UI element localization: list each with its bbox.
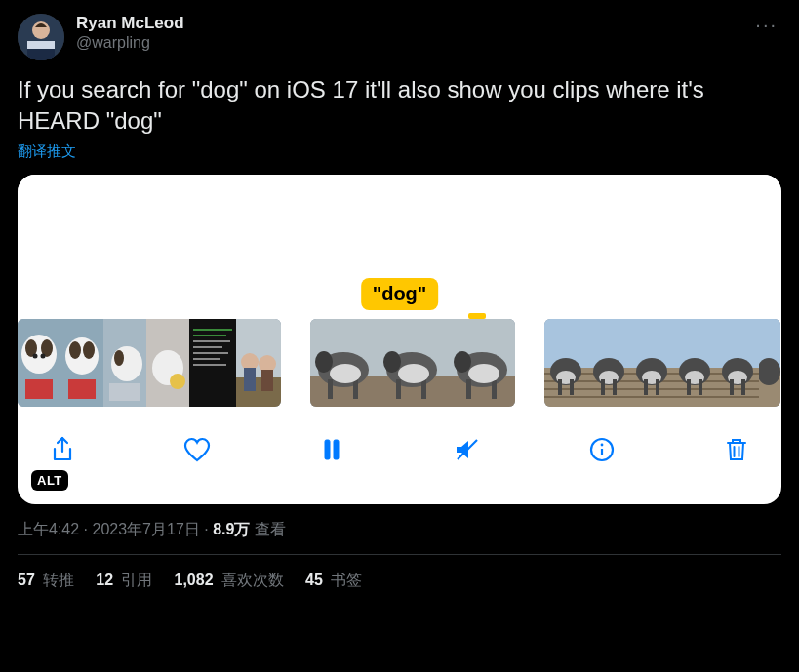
svg-point-12 (65, 337, 99, 375)
svg-rect-32 (236, 377, 281, 407)
search-term-row: "dog" (18, 278, 781, 319)
svg-rect-55 (466, 379, 471, 399)
svg-rect-26 (193, 340, 230, 342)
svg-point-14 (83, 341, 95, 359)
svg-point-54 (454, 351, 471, 373)
svg-rect-112 (334, 440, 339, 459)
quotes-stat[interactable]: 12 引用 (96, 571, 152, 591)
svg-rect-10 (25, 379, 53, 399)
svg-rect-77 (613, 379, 617, 395)
share-icon[interactable] (45, 432, 80, 467)
svg-rect-48 (396, 379, 401, 399)
clip-group-1[interactable] (18, 319, 281, 407)
tweet-container: Ryan McLeod @warpling ··· If you search … (0, 0, 799, 601)
handle: @warpling (76, 33, 751, 53)
tweet-header: Ryan McLeod @warpling ··· (18, 14, 781, 60)
svg-point-18 (114, 350, 124, 366)
svg-rect-106 (730, 379, 734, 395)
svg-rect-107 (741, 379, 745, 395)
likes-stat[interactable]: 1,082 喜欢次数 (175, 571, 285, 591)
search-term-badge: "dog" (361, 278, 439, 310)
svg-rect-36 (261, 370, 273, 391)
trash-icon[interactable] (719, 432, 754, 467)
svg-rect-28 (193, 352, 228, 354)
info-icon[interactable] (584, 432, 619, 467)
svg-rect-23 (189, 319, 236, 407)
svg-rect-34 (244, 368, 256, 391)
clip-group-3[interactable] (544, 319, 780, 407)
svg-rect-41 (328, 379, 333, 399)
svg-point-8 (33, 354, 38, 359)
svg-point-9 (41, 354, 46, 359)
svg-point-43 (330, 364, 361, 383)
bookmarks-stat[interactable]: 45 书签 (305, 571, 362, 591)
more-icon[interactable]: ··· (751, 14, 781, 36)
mute-icon[interactable] (450, 432, 485, 467)
meta-date: 2023年7月17日 (92, 521, 199, 537)
meta-views-label: 查看 (250, 521, 285, 537)
engagements-row: 57 转推 12 引用 1,082 喜欢次数 45 书签 (18, 555, 781, 591)
translate-link[interactable]: 翻译推文 (18, 142, 781, 161)
svg-rect-30 (193, 364, 226, 366)
tweet-meta[interactable]: 上午4:42 · 2023年7月17日 · 8.9万 查看 (18, 520, 781, 540)
svg-rect-49 (421, 379, 426, 399)
avatar[interactable] (18, 14, 64, 60)
svg-point-47 (383, 351, 401, 373)
svg-point-115 (600, 444, 603, 447)
svg-rect-25 (193, 335, 226, 336)
svg-point-13 (69, 341, 81, 359)
display-name: Ryan McLeod (76, 14, 751, 33)
retweets-stat[interactable]: 57 转推 (18, 571, 74, 591)
svg-rect-29 (193, 358, 220, 360)
svg-point-40 (315, 351, 333, 373)
heart-icon[interactable] (180, 432, 215, 467)
svg-point-57 (468, 364, 499, 383)
meta-views-count: 8.9万 (213, 521, 250, 537)
tweet-text: If you search for "dog" on iOS 17 it'll … (18, 74, 781, 137)
svg-rect-19 (109, 383, 140, 401)
svg-point-50 (398, 364, 429, 383)
clip-group-2[interactable] (310, 319, 515, 407)
svg-rect-3 (27, 41, 55, 49)
video-timeline[interactable] (18, 319, 781, 407)
meta-time: 上午4:42 (18, 521, 79, 537)
svg-rect-76 (601, 379, 605, 395)
svg-rect-27 (193, 346, 222, 348)
alt-badge[interactable]: ALT (31, 470, 68, 491)
media-toolbar (18, 407, 781, 493)
svg-rect-87 (656, 379, 659, 395)
media-whitespace (18, 175, 781, 278)
svg-rect-67 (570, 379, 574, 395)
svg-rect-42 (353, 379, 358, 399)
svg-rect-15 (68, 379, 96, 399)
svg-rect-86 (644, 379, 648, 395)
svg-rect-111 (325, 440, 330, 459)
svg-point-5 (21, 335, 57, 374)
media-card[interactable]: "dog" (18, 175, 781, 504)
author-name-block[interactable]: Ryan McLeod @warpling (76, 14, 751, 53)
svg-rect-24 (193, 329, 232, 331)
svg-rect-56 (492, 379, 497, 399)
pause-icon[interactable] (314, 432, 349, 467)
svg-rect-66 (558, 379, 562, 395)
svg-rect-96 (687, 379, 691, 395)
svg-point-22 (170, 374, 185, 389)
svg-rect-97 (699, 379, 702, 395)
